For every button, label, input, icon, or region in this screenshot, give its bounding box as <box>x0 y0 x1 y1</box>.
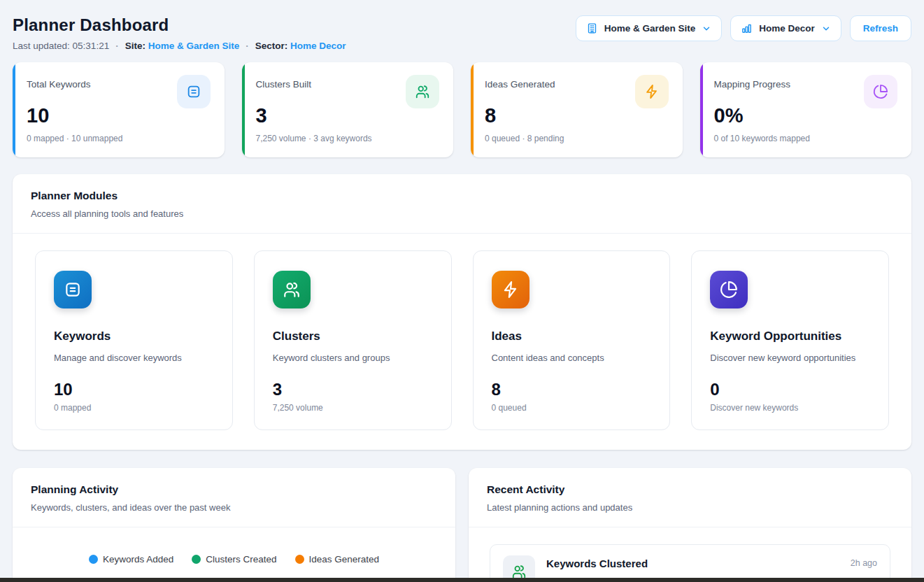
activity-list: Keywords Clustered 3 new clusters create… <box>469 527 911 582</box>
header-meta: Last updated: 05:31:21 · Site: Home & Ga… <box>13 41 346 51</box>
stat-card-total-keywords: Total Keywords 10 0 mapped · 10 unmapped <box>13 62 225 157</box>
module-title: Keyword Opportunities <box>710 329 870 343</box>
planning-activity-header: Planning Activity Keywords, clusters, an… <box>13 468 455 527</box>
module-value: 0 <box>710 380 870 399</box>
legend-dot-green <box>192 555 201 564</box>
refresh-button[interactable]: Refresh <box>850 15 911 41</box>
sector-label: Sector: <box>255 41 288 51</box>
planner-modules-section: Planner Modules Access all planning tool… <box>13 174 911 450</box>
module-card-keyword-opportunities[interactable]: Keyword Opportunities Discover new keywo… <box>691 250 889 430</box>
sector-selector-dropdown[interactable]: Home Decor <box>730 15 841 41</box>
taskbar-edge <box>0 578 924 582</box>
planning-activity-title: Planning Activity <box>31 483 437 496</box>
legend-item-keywords-added: Keywords Added <box>89 554 173 565</box>
chevron-down-icon <box>702 24 711 34</box>
planner-dashboard-page: Planner Dashboard Last updated: 05:31:21… <box>0 0 924 582</box>
recent-activity-title: Recent Activity <box>487 483 893 496</box>
module-subtext: 7,250 volume <box>273 403 433 413</box>
module-title: Clusters <box>273 329 433 343</box>
page-title: Planner Dashboard <box>13 15 346 35</box>
stat-label: Mapping Progress <box>714 79 791 90</box>
users-icon <box>406 75 439 108</box>
recent-activity-subtitle: Latest planning actions and updates <box>487 502 893 513</box>
modules-grid: Keywords Manage and discover keywords 10… <box>13 234 911 450</box>
stat-subtext: 0 of 10 keywords mapped <box>714 134 898 143</box>
legend-item-clusters-created: Clusters Created <box>192 554 276 565</box>
activity-item-keywords-clustered: Keywords Clustered 3 new clusters create… <box>490 544 890 582</box>
last-updated-text: Last updated: 05:31:21 <box>13 41 109 51</box>
activity-timestamp: 2h ago <box>851 558 877 568</box>
page-header: Planner Dashboard Last updated: 05:31:21… <box>13 10 911 51</box>
meta-separator: · <box>115 41 119 51</box>
bar-chart-icon <box>741 22 753 34</box>
site-selector-dropdown[interactable]: Home & Garden Site <box>576 15 723 41</box>
activity-title: Keywords Clustered <box>546 558 839 569</box>
site-meta: Site: Home & Garden Site <box>125 41 240 51</box>
meta-separator: · <box>246 41 249 51</box>
modules-section-header: Planner Modules Access all planning tool… <box>13 174 911 234</box>
legend-label: Keywords Added <box>103 554 173 565</box>
module-card-clusters[interactable]: Clusters Keyword clusters and groups 3 7… <box>254 250 452 430</box>
document-icon <box>54 271 92 308</box>
stat-label: Clusters Built <box>256 79 312 90</box>
module-description: Manage and discover keywords <box>54 353 214 363</box>
site-label: Site: <box>125 41 145 51</box>
header-toolbar: Home & Garden Site Home Decor <box>576 15 911 41</box>
stat-cards-row: Total Keywords 10 0 mapped · 10 unmapped… <box>13 62 911 157</box>
site-link[interactable]: Home & Garden Site <box>148 41 240 51</box>
legend-label: Ideas Generated <box>309 554 380 565</box>
stat-card-mapping-progress: Mapping Progress 0% 0 of 10 keywords map… <box>700 62 912 157</box>
module-value: 8 <box>492 380 652 399</box>
chart-legend: Keywords Added Clusters Created Ideas Ge… <box>13 554 455 565</box>
bottom-row: Planning Activity Keywords, clusters, an… <box>13 468 911 582</box>
module-title: Keywords <box>54 329 214 343</box>
module-subtext: Discover new keywords <box>710 403 870 413</box>
stat-subtext: 7,250 volume · 3 avg keywords <box>256 134 440 143</box>
stat-card-clusters-built: Clusters Built 3 7,250 volume · 3 avg ke… <box>242 62 454 157</box>
pie-chart-icon <box>864 75 897 108</box>
module-description: Content ideas and concepts <box>492 353 652 363</box>
legend-dot-blue <box>89 555 98 564</box>
legend-item-ideas-generated: Ideas Generated <box>295 554 380 565</box>
chevron-down-icon <box>821 24 831 34</box>
sector-selector-label: Home Decor <box>759 23 815 34</box>
building-icon <box>586 22 598 34</box>
module-subtext: 0 mapped <box>54 403 214 413</box>
module-card-ideas[interactable]: Ideas Content ideas and concepts 8 0 que… <box>473 250 671 430</box>
module-description: Keyword clusters and groups <box>273 353 433 363</box>
module-description: Discover new keyword opportunities <box>710 353 870 363</box>
users-icon <box>273 271 311 308</box>
sector-link[interactable]: Home Decor <box>290 41 346 51</box>
stat-subtext: 0 mapped · 10 unmapped <box>27 134 211 143</box>
stat-label: Ideas Generated <box>485 79 555 90</box>
document-icon <box>177 75 211 108</box>
modules-section-subtitle: Access all planning tools and features <box>31 208 893 219</box>
planning-activity-subtitle: Keywords, clusters, and ideas over the p… <box>31 502 437 513</box>
recent-activity-section: Recent Activity Latest planning actions … <box>469 468 911 582</box>
planning-activity-section: Planning Activity Keywords, clusters, an… <box>13 468 455 582</box>
bolt-icon <box>492 271 529 308</box>
sector-meta: Sector: Home Decor <box>255 41 346 51</box>
header-left: Planner Dashboard Last updated: 05:31:21… <box>13 10 346 51</box>
stat-card-ideas-generated: Ideas Generated 8 0 queued · 8 pending <box>471 62 683 157</box>
modules-section-title: Planner Modules <box>31 190 893 202</box>
bolt-icon <box>635 75 669 108</box>
stat-subtext: 0 queued · 8 pending <box>485 134 669 143</box>
module-card-keywords[interactable]: Keywords Manage and discover keywords 10… <box>35 250 233 430</box>
module-value: 3 <box>273 380 433 399</box>
legend-dot-orange <box>295 555 304 564</box>
module-subtext: 0 queued <box>492 403 652 413</box>
module-title: Ideas <box>492 329 652 343</box>
module-value: 10 <box>54 380 214 399</box>
site-selector-label: Home & Garden Site <box>604 23 696 34</box>
pie-chart-icon <box>710 271 748 308</box>
stat-label: Total Keywords <box>27 79 91 90</box>
recent-activity-header: Recent Activity Latest planning actions … <box>469 468 911 527</box>
legend-label: Clusters Created <box>206 554 276 565</box>
